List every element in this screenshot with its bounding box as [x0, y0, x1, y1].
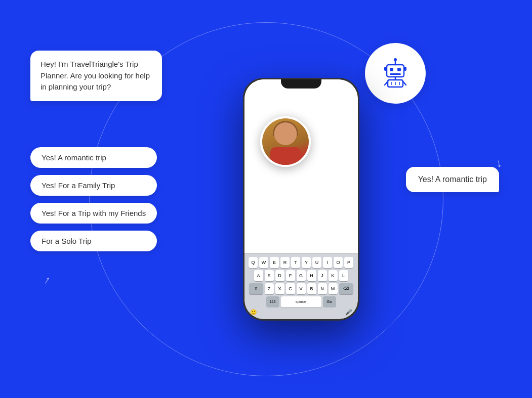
- bot-message-text: Hey! I'm TravelTriangle's Trip Planner. …: [40, 60, 150, 91]
- key-j[interactable]: J: [318, 270, 327, 281]
- key-k[interactable]: K: [329, 270, 338, 281]
- arrow-left-icon: ↑: [42, 273, 53, 287]
- key-q[interactable]: Q: [249, 257, 258, 268]
- key-t[interactable]: T: [291, 257, 300, 268]
- key-l[interactable]: L: [339, 270, 348, 281]
- key-backspace[interactable]: ⌫: [339, 283, 353, 294]
- key-o[interactable]: O: [334, 257, 343, 268]
- phone-chat-area: [244, 79, 358, 253]
- option-romantic[interactable]: Yes! A romantic trip: [30, 147, 157, 168]
- key-f[interactable]: F: [286, 270, 295, 281]
- chat-options-list: Yes! A romantic trip Yes! For a Family T…: [30, 147, 157, 251]
- option-family[interactable]: Yes! For a Family Trip: [30, 175, 157, 196]
- keyboard-row-2: A S D F G H J K L: [246, 270, 356, 281]
- key-go[interactable]: Go: [323, 296, 336, 307]
- key-h[interactable]: H: [307, 270, 316, 281]
- key-y[interactable]: Y: [302, 257, 311, 268]
- key-u[interactable]: U: [312, 257, 321, 268]
- avatar-face: [274, 122, 297, 145]
- keyboard-row-bottom: 123 space Go: [246, 296, 356, 307]
- avatar-body: [270, 147, 301, 165]
- robot-icon: [378, 56, 413, 91]
- phone-screen: Q W E R T Y U I O P A S D F G H J K: [244, 79, 358, 319]
- key-c[interactable]: C: [286, 283, 295, 294]
- svg-rect-2: [397, 68, 401, 71]
- svg-rect-13: [384, 67, 387, 71]
- key-shift[interactable]: ⇧: [249, 283, 263, 294]
- key-e[interactable]: E: [270, 257, 279, 268]
- key-v[interactable]: V: [297, 283, 306, 294]
- keyboard-row-1: Q W E R T Y U I O P: [246, 257, 356, 268]
- key-d[interactable]: D: [275, 270, 284, 281]
- key-s[interactable]: S: [265, 270, 274, 281]
- key-m[interactable]: M: [329, 283, 338, 294]
- user-response-text: Yes! A romantic trip: [418, 175, 487, 184]
- key-numbers[interactable]: 123: [266, 296, 279, 307]
- key-r[interactable]: R: [280, 257, 290, 268]
- key-x[interactable]: X: [275, 283, 284, 294]
- svg-rect-14: [404, 67, 406, 71]
- option-friends[interactable]: Yes! For a Trip with my Friends: [30, 203, 157, 224]
- key-p[interactable]: P: [344, 257, 353, 268]
- emoji-icon[interactable]: 🙂: [250, 309, 257, 316]
- svg-point-5: [394, 58, 397, 61]
- bot-message-bubble: Hey! I'm TravelTriangle's Trip Planner. …: [30, 51, 162, 101]
- svg-rect-1: [390, 68, 393, 71]
- user-avatar: [260, 116, 311, 167]
- phone-device: Q W E R T Y U I O P A S D F G H J K: [243, 78, 359, 321]
- key-space[interactable]: space: [281, 296, 321, 307]
- robot-avatar: [365, 43, 426, 104]
- key-a[interactable]: A: [254, 270, 263, 281]
- svg-rect-3: [390, 73, 401, 75]
- key-b[interactable]: B: [307, 283, 316, 294]
- microphone-icon[interactable]: 🎤: [345, 309, 352, 316]
- key-i[interactable]: I: [323, 257, 332, 268]
- keyboard-bottom-icons: 🙂 🎤: [246, 307, 356, 317]
- svg-rect-0: [387, 65, 404, 77]
- phone-keyboard: Q W E R T Y U I O P A S D F G H J K: [244, 253, 358, 319]
- keyboard-row-3: ⇧ Z X C V B N M ⌫: [246, 283, 356, 294]
- key-w[interactable]: W: [259, 257, 268, 268]
- key-g[interactable]: G: [297, 270, 306, 281]
- key-n[interactable]: N: [318, 283, 327, 294]
- option-solo[interactable]: For a Solo Trip: [30, 231, 157, 251]
- key-z[interactable]: Z: [265, 283, 274, 294]
- phone-notch: [281, 79, 321, 89]
- user-response-bubble: Yes! A romantic trip: [406, 167, 499, 192]
- avatar-background: [262, 118, 309, 165]
